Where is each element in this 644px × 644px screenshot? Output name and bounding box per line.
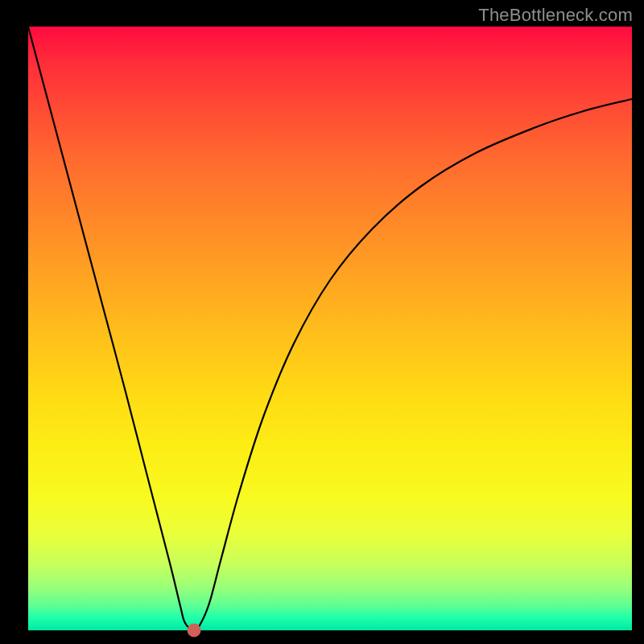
bottleneck-curve <box>28 27 632 630</box>
curve-svg <box>28 27 632 630</box>
optimal-point-marker <box>188 624 201 638</box>
chart-frame: TheBottleneck.com <box>0 0 644 644</box>
watermark-text: TheBottleneck.com <box>478 5 633 26</box>
